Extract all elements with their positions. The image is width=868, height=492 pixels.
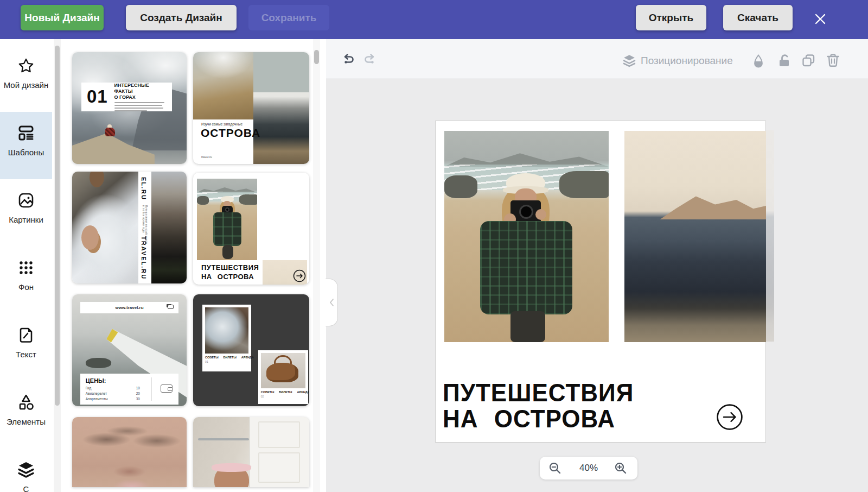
positioning-label[interactable]: Позиционирование <box>641 55 733 67</box>
dots-grid-icon <box>17 258 35 277</box>
positioning-layers-icon[interactable] <box>622 54 636 68</box>
photo-overflow-faded <box>766 130 774 342</box>
template-photo-ridge <box>193 52 253 119</box>
price-label: Гид <box>86 386 92 391</box>
sidebar-item-label: Шаблоны <box>8 148 44 157</box>
template-card-bathroom[interactable] <box>193 417 309 487</box>
shapes-icon <box>17 393 35 412</box>
arrow-circle-icon <box>293 269 306 285</box>
template-heading-line2: О ГОРАХ <box>114 94 136 100</box>
save-button[interactable]: Сохранить <box>248 5 329 30</box>
open-button[interactable]: Открыть <box>636 5 706 30</box>
template-card-dark-polaroids[interactable]: СОВЕТЫ БИЛЕТЫ АРЕНДА 01 СОВЕТЫ БИЛЕТЫ АР… <box>193 294 309 406</box>
design-title-line1: ПУТЕШЕСТВИЯ <box>443 380 634 406</box>
sidebar-item-layers[interactable]: С <box>0 449 52 492</box>
design-title-text[interactable]: ПУТЕШЕСТВИЯ НА ОСТРОВА <box>443 380 634 432</box>
template-footer: travel.ru <box>201 155 212 159</box>
sidebar-item-elements[interactable]: Элементы <box>0 381 52 449</box>
layers-icon <box>17 461 35 479</box>
arrow-circle-icon[interactable] <box>716 403 744 432</box>
templates-icon <box>17 124 35 142</box>
headband-shape <box>212 463 251 471</box>
templates-panel: 01 ИНТЕРЕСНЫЕ ФАКТЫ О ГОРАХ Изучи самые … <box>61 39 326 492</box>
template-card-mountains[interactable]: 01 ИНТЕРЕСНЫЕ ФАКТЫ О ГОРАХ <box>72 52 187 164</box>
template-text-box: 01 ИНТЕРЕСНЫЕ ФАКТЫ О ГОРАХ <box>81 83 172 112</box>
trash-icon[interactable] <box>826 53 840 68</box>
create-design-button[interactable]: Создать Дизайн <box>126 5 237 30</box>
sidebar-item-my-design[interactable]: Мой дизайн <box>0 45 52 112</box>
caption-tab: АРЕНДА <box>297 390 309 394</box>
panel-collapse-handle[interactable] <box>326 279 338 326</box>
color-droplet-icon[interactable] <box>752 54 764 69</box>
caption-tab: АРЕНДА <box>241 356 254 359</box>
star-icon <box>17 56 35 75</box>
sidebar-item-text[interactable]: Текст <box>0 314 52 381</box>
template-title-line1: ПУТЕШЕСТВИЯ <box>201 263 259 272</box>
vertical-text-top: EL.RU <box>141 177 147 200</box>
sidebar-item-label: Элементы <box>7 417 46 426</box>
template-photo-couple <box>72 172 138 283</box>
templates-scrollbar-thumb[interactable] <box>314 50 319 64</box>
caption-number: 01 <box>205 360 248 363</box>
caption-tab: БИЛЕТЫ <box>224 356 237 359</box>
design-title-line2: НА ОСТРОВА <box>443 406 634 432</box>
design-photo-beach[interactable] <box>444 131 609 342</box>
sidebar-item-templates[interactable]: Шаблоны <box>0 112 52 179</box>
template-photo-coast <box>253 92 309 164</box>
template-kicker: Изучи самые загадочные <box>201 122 242 126</box>
sidebar-scrollbar-thumb[interactable] <box>55 46 60 406</box>
template-photo-dark-mountain <box>151 172 187 283</box>
template-prices-panel: ЦЕНЫ: Гид10 Авиаперелет20 Апартаменты30 <box>80 374 178 405</box>
template-card-travel-ru[interactable]: EL.RU Путешествия на край земли в любое … <box>72 172 187 283</box>
top-app-bar: Новый Дизайн Создать Дизайн Сохранить От… <box>0 0 868 39</box>
template-vertical-stripe: EL.RU Путешествия на край земли в любое … <box>138 172 151 283</box>
sidebar-item-label: Мой дизайн <box>4 80 49 90</box>
redo-icon[interactable] <box>363 53 379 68</box>
vertical-text-bottom: TRAVEL.RU <box>141 236 147 280</box>
unlock-icon[interactable] <box>777 53 792 68</box>
head-shape <box>90 172 104 187</box>
duplicate-icon[interactable] <box>801 53 816 68</box>
caption-tab: СОВЕТЫ <box>261 390 275 394</box>
caption-number: 02 <box>261 395 305 398</box>
template-photo-beach <box>197 179 257 260</box>
polaroid-window: СОВЕТЫ БИЛЕТЫ АРЕНДА 01 <box>202 305 251 372</box>
template-url: www.travel.ru <box>115 305 143 310</box>
sidebar-nav: Мой дизайн Шаблоны Картинки <box>0 39 52 492</box>
template-heading: ИНТЕРЕСНЫЕ ФАКТЫ <box>114 83 149 94</box>
sidebar-item-label: Фон <box>18 282 34 292</box>
templates-scrollbar[interactable] <box>313 39 320 492</box>
polaroid-bag: СОВЕТЫ БИЛЕТЫ АРЕНДА 02 <box>258 350 308 404</box>
price-value: 30 <box>136 396 140 402</box>
download-button[interactable]: Скачать <box>723 5 793 30</box>
template-card-plane-prices[interactable]: www.travel.ru ЦЕНЫ: Гид10 Авиаперелет20 … <box>72 294 187 406</box>
undo-icon[interactable] <box>340 53 355 68</box>
zoom-control: 40% <box>540 457 637 480</box>
template-title: ОСТРОВА <box>201 127 260 140</box>
sidebar-item-background[interactable]: Фон <box>0 247 52 314</box>
template-card-face[interactable] <box>72 417 187 487</box>
door-shape <box>249 417 309 487</box>
zoom-in-icon[interactable] <box>614 462 627 475</box>
template-color-block <box>253 52 309 92</box>
template-card-islands[interactable]: Изучи самые загадочные ОСТРОВА travel.ru <box>193 52 309 164</box>
sidebar-scrollbar[interactable] <box>54 39 61 492</box>
prices-title: ЦЕНЫ: <box>86 377 173 384</box>
template-url-bar: www.travel.ru <box>80 302 178 313</box>
sidebar-item-images[interactable]: Картинки <box>0 179 52 247</box>
rail-shape <box>198 438 249 440</box>
sidebar-item-label: С <box>23 484 29 492</box>
design-artboard[interactable]: ПУТЕШЕСТВИЯ НА ОСТРОВА <box>435 121 766 443</box>
slides-icon <box>168 305 174 309</box>
new-design-button[interactable]: Новый Дизайн <box>21 5 104 30</box>
design-photo-sea[interactable] <box>624 131 766 342</box>
hands-shape <box>81 225 99 250</box>
island-shape <box>86 358 111 368</box>
image-icon <box>17 191 35 210</box>
close-icon[interactable] <box>810 10 830 29</box>
text-document-icon <box>17 326 35 344</box>
price-value: 20 <box>136 391 140 396</box>
template-number: 01 <box>87 86 108 107</box>
template-card-islands-travel[interactable]: ПУТЕШЕСТВИЯ НА ОСТРОВА <box>193 173 309 285</box>
caption-tab: БИЛЕТЫ <box>279 390 292 394</box>
